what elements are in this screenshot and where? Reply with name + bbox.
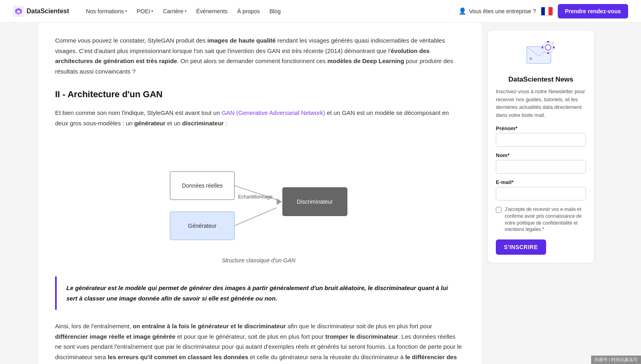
cta-button[interactable]: Prendre rendez-vous — [558, 4, 628, 18]
chevron-down-icon: ▾ — [185, 9, 187, 13]
enterprise-icon: 👤 — [458, 7, 466, 15]
bold-images-haute-qualite: images de haute qualité — [208, 37, 276, 44]
nav-a-propos[interactable]: À propos — [233, 6, 264, 17]
section-heading: II - Architecture d'un GAN — [55, 89, 462, 100]
svg-marker-9 — [277, 198, 282, 205]
navbar: DataScientest Nos formations ▾ POEI ▾ Ca… — [0, 0, 641, 22]
chevron-down-icon: ▾ — [125, 9, 127, 13]
nav-carriere[interactable]: Carrière ▾ — [159, 6, 191, 17]
svg-rect-14 — [547, 41, 549, 43]
bold-generateur: générateur — [134, 120, 166, 127]
newsletter-title: DataScientest News — [496, 76, 586, 84]
diagram-svg: Données réelles Générateur Discriminateu… — [154, 147, 363, 244]
bottom-branding: 刘易号 | 时尚玩家岳可 — [591, 356, 641, 364]
bold-differencier: différencier image réelle et image génér… — [55, 333, 175, 340]
highlight-text: Le générateur est le modèle qui permet d… — [66, 283, 452, 303]
bold-entraine: on entraîne à la fois le générateur et l… — [133, 323, 286, 329]
diagram-svg-wrapper: Données réelles Générateur Discriminateu… — [146, 139, 371, 253]
highlight-block: Le générateur est le modèle qui permet d… — [55, 276, 462, 310]
language-flag[interactable] — [541, 7, 553, 16]
email-label: E-mail* — [496, 179, 586, 185]
newsletter-icon-area: ✦ — [496, 39, 586, 71]
nav-evenements[interactable]: Événements — [192, 6, 232, 17]
newsletter-card: ✦ DataScientest News Inscrivez-vous à no… — [488, 31, 594, 263]
nav-nos-formations[interactable]: Nos formations ▾ — [82, 6, 131, 17]
consent-checkbox[interactable] — [496, 207, 501, 213]
bold-deep-learning: modèles de Deep Learning — [327, 57, 404, 64]
consent-text: J'accepte de recevoir vos e-mails et con… — [505, 206, 586, 233]
prenom-group: Prénom* — [496, 125, 586, 147]
svg-text:Générateur: Générateur — [188, 223, 217, 229]
nav-blog[interactable]: Blog — [265, 6, 285, 17]
svg-rect-16 — [542, 47, 543, 49]
bold-tromper: tromper le discriminateur — [325, 333, 398, 340]
newsletter-desc: Inscrivez-vous à notre Newsletter pour r… — [496, 88, 586, 119]
gan-link[interactable]: GAN (Generative Adversarial Network) — [222, 109, 325, 116]
page-layout: Comme vous pouvez le constater, StyleGAN… — [39, 22, 602, 364]
svg-text:Echantillonnage: Echantillonnage — [238, 194, 273, 200]
chevron-down-icon: ▾ — [151, 9, 153, 13]
nav-poei[interactable]: POEI ▾ — [133, 6, 157, 17]
consent-group: J'accepte de recevoir vos e-mails et con… — [496, 206, 586, 233]
email-input[interactable] — [496, 187, 586, 200]
svg-point-13 — [545, 45, 551, 50]
svg-text:Discriminateur: Discriminateur — [297, 198, 333, 205]
prenom-input[interactable] — [496, 133, 586, 147]
svg-line-8 — [234, 208, 277, 226]
intro-paragraph: Comme vous pouvez le constater, StyleGAN… — [55, 35, 462, 76]
logo-icon — [13, 6, 24, 17]
nom-label: Nom* — [496, 152, 586, 158]
logo[interactable]: DataScientest — [13, 6, 69, 17]
bold-discriminateur: discriminateur — [182, 120, 224, 127]
svg-rect-15 — [547, 52, 549, 54]
svg-text:Données réelles: Données réelles — [182, 182, 222, 189]
bold-erreurs: les erreurs qu'il commet en classant les… — [108, 354, 249, 360]
body-paragraph-1: Ainsi, lors de l'entraînement, on entraî… — [55, 321, 462, 364]
diagram-caption: Structure classique d'un GAN — [222, 257, 295, 264]
svg-text:✦: ✦ — [551, 41, 555, 45]
enterprise-link[interactable]: 👤 Vous êtes une entreprise ? — [458, 7, 536, 15]
prenom-label: Prénom* — [496, 125, 586, 131]
svg-point-19 — [530, 57, 532, 60]
newsletter-icon: ✦ — [525, 39, 557, 71]
submit-button[interactable]: S'INSCRIRE — [496, 239, 546, 255]
main-content: Comme vous pouvez le constater, StyleGAN… — [39, 22, 481, 364]
nav-menu: Nos formations ▾ POEI ▾ Carrière ▾ Événe… — [82, 6, 458, 17]
sidebar: ✦ DataScientest News Inscrivez-vous à no… — [481, 22, 602, 364]
svg-rect-17 — [553, 47, 555, 49]
email-group: E-mail* — [496, 179, 586, 200]
gan-diagram: Données réelles Générateur Discriminateu… — [55, 139, 462, 264]
nom-group: Nom* — [496, 152, 586, 174]
navbar-right: 👤 Vous êtes une entreprise ? Prendre ren… — [458, 4, 628, 18]
nom-input[interactable] — [496, 160, 586, 174]
section-intro-text: Et bien comme son nom l'indique, StyleGA… — [55, 108, 462, 128]
